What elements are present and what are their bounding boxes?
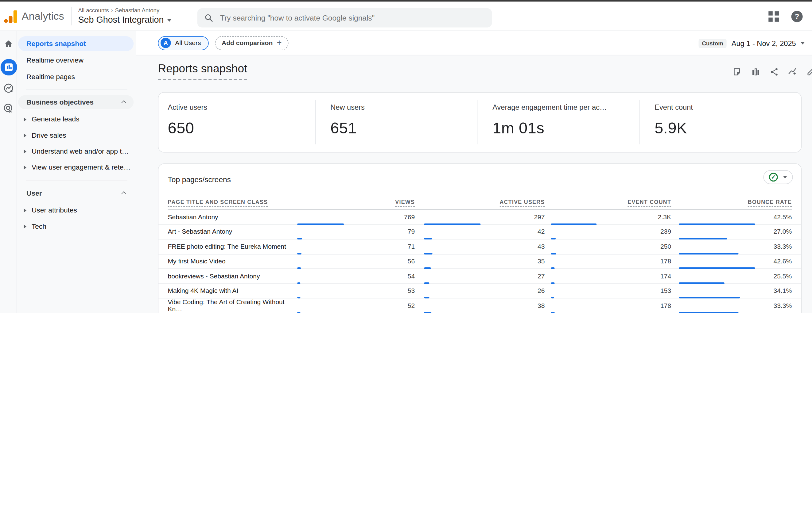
column-header[interactable]: ACTIVE USERS [415,199,545,205]
metric-new-users: New users 651 [330,103,365,137]
plus-icon: + [277,38,282,47]
chevron-right-icon: › [111,7,113,14]
expand-arrow-icon[interactable] [24,133,26,137]
table-row: bookreviews - Sebastian Antony542717425.… [158,269,801,284]
share-icon[interactable] [769,67,779,77]
chevron-down-icon [801,42,804,44]
views-cell: 53 [297,284,415,298]
date-range-picker[interactable]: Custom Aug 1 - Nov 2, 2025 [698,31,805,55]
insights-icon[interactable] [788,67,798,77]
home-icon[interactable] [0,39,17,48]
expand-arrow-icon[interactable] [24,149,26,153]
table-row: Making 4K Magic with AI532615334.1% [158,284,801,298]
nav-item-tech[interactable]: Tech [17,218,136,234]
search-icon [204,14,213,22]
active-cell: 297 [415,210,545,224]
google-apps-icon[interactable] [768,11,779,21]
top-pages-rows: Sebastian Antony7692972.3K42.5%Art - Seb… [158,210,801,313]
value-bar [551,312,554,313]
comparison-icon[interactable] [750,67,760,77]
views-cell: 56 [297,254,415,268]
chevron-up-icon [121,191,127,197]
notes-icon[interactable] [732,67,742,77]
help-icon[interactable]: ? [792,11,803,22]
metric-active-users: Active users 650 [168,103,207,137]
metric-picker-button[interactable]: ✓ [763,170,793,184]
date-range-type-badge: Custom [698,39,727,48]
nav-section-user[interactable]: User [18,186,133,200]
event-cell: 174 [545,269,671,283]
add-comparison-button[interactable]: Add comparison + [215,36,288,50]
metric-event-count: Event count 5.9K [654,103,693,137]
search-input[interactable] [219,13,485,22]
nav-item-generate-leads[interactable]: Generate leads [17,111,136,127]
bounce-cell: 34.1% [671,284,792,298]
search-bar[interactable] [198,8,492,27]
column-header[interactable]: VIEWS [297,199,415,205]
page-title-cell: FREE photo editing: The Eureka Moment [168,240,298,254]
views-cell: 769 [297,210,415,224]
views-cell: 79 [297,225,415,239]
ga4-reports-snapshot-page: Analytics All accounts › Sebastian Anton… [0,0,812,313]
chevron-down-icon [167,19,171,21]
active-cell: 38 [415,298,545,313]
reports-icon[interactable] [0,59,17,75]
page-title-cell: Vibe Coding: The Art of Creating Without… [168,298,298,313]
table-row: Sebastian Antony7692972.3K42.5% [158,210,801,225]
expand-arrow-icon[interactable] [24,117,26,121]
active-cell: 27 [415,269,545,283]
bounce-cell: 33.3% [671,240,792,254]
edit-icon[interactable] [806,67,812,77]
header-divider [72,7,72,26]
analytics-logo-icon[interactable] [4,9,17,23]
nav-item-understand-traffic[interactable]: Understand web and/or app t… [17,143,136,159]
expand-arrow-icon[interactable] [24,208,26,212]
bounce-cell: 42.5% [671,210,792,224]
expand-arrow-icon[interactable] [24,224,26,228]
active-cell: 35 [415,254,545,268]
nav-item-reports-snapshot[interactable]: Reports snapshot [18,36,133,51]
nav-item-realtime-overview[interactable]: Realtime overview [18,53,133,68]
nav-item-user-attributes[interactable]: User attributes [17,202,136,218]
breadcrumb: All accounts › Sebastian Antony [78,7,171,14]
event-cell: 2.3K [545,210,671,224]
table-row: My first Music Video563517842.6% [158,254,801,269]
nav-item-realtime-pages[interactable]: Realtime pages [18,69,133,84]
breadcrumb-root[interactable]: All accounts [78,7,109,14]
column-header[interactable]: BOUNCE RATE [671,199,792,205]
metric-divider [639,100,640,145]
page-title-cell: My first Music Video [168,254,298,268]
event-cell: 178 [545,254,671,268]
column-header[interactable]: PAGE TITLE AND SCREEN CLASS [168,199,298,205]
segment-chip-all-users[interactable]: A All Users [158,36,208,50]
check-circle-icon: ✓ [769,172,778,182]
nav-item-view-engagement[interactable]: View user engagement & rete… [17,160,136,176]
account-switcher[interactable]: All accounts › Sebastian Antony Seb Ghos… [78,7,171,25]
nav-item-drive-sales[interactable]: Drive sales [17,127,136,143]
active-cell: 26 [415,284,545,298]
advertising-icon[interactable] [0,103,17,114]
page-title-cell: Art - Sebastian Antony [168,225,298,239]
explore-icon[interactable] [0,83,17,93]
segment-avatar: A [161,38,171,48]
expand-arrow-icon[interactable] [24,165,26,169]
breadcrumb-parent[interactable]: Sebastian Antony [115,7,159,14]
title-row: Reports snapshot [136,55,812,91]
event-cell: 239 [545,225,671,239]
metric-divider [477,100,478,145]
event-cell: 178 [545,298,671,313]
views-cell: 71 [297,240,415,254]
views-cell: 52 [297,298,415,313]
column-header[interactable]: EVENT COUNT [545,199,671,205]
property-name[interactable]: Seb Ghost Integration [78,15,164,25]
bounce-cell: 25.5% [671,269,792,283]
nav-section-business-objectives[interactable]: Business objectives [18,95,133,109]
app-header: Analytics All accounts › Sebastian Anton… [0,1,812,31]
active-cell: 43 [415,240,545,254]
nav-divider [26,90,127,90]
value-bar [297,312,300,313]
table-header-row: PAGE TITLE AND SCREEN CLASS VIEWS ACTIVE… [158,195,801,209]
filter-bar: A All Users Add comparison + Custom Aug … [136,31,812,55]
date-range-text: Aug 1 - Nov 2, 2025 [731,39,796,47]
main-content: A All Users Add comparison + Custom Aug … [136,31,812,313]
